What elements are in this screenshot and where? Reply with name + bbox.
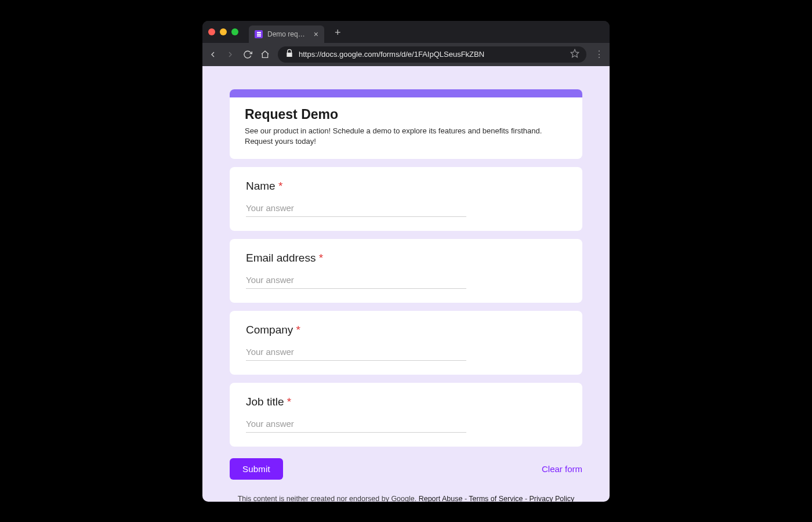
url-text: https://docs.google.com/forms/d/e/1FAIpQ… <box>299 50 566 59</box>
form-container: Request Demo See our product in action! … <box>230 89 582 502</box>
page-viewport: Request Demo See our product in action! … <box>202 66 610 502</box>
svg-marker-0 <box>571 49 578 57</box>
browser-tab[interactable]: Demo request × <box>249 26 324 43</box>
form-footer: This content is neither created nor endo… <box>230 495 582 501</box>
close-window-button[interactable] <box>208 28 215 35</box>
question-label: Name * <box>246 180 566 193</box>
browser-toolbar: https://docs.google.com/forms/d/e/1FAIpQ… <box>202 43 610 66</box>
company-input[interactable] <box>246 345 466 361</box>
form-description: See our product in action! Schedule a de… <box>245 126 567 148</box>
required-marker: * <box>319 252 323 264</box>
maximize-window-button[interactable] <box>231 28 238 35</box>
question-label-text: Name <box>246 180 276 192</box>
form-header-card: Request Demo See our product in action! … <box>230 89 582 160</box>
browser-window: Demo request × + https://docs.google.com… <box>202 21 610 502</box>
question-card-company: Company * <box>230 311 582 375</box>
question-label-text: Email address <box>246 252 316 264</box>
browser-menu-button[interactable]: ⋮ <box>594 49 604 60</box>
minimize-window-button[interactable] <box>220 28 227 35</box>
form-banner <box>230 89 582 97</box>
question-label: Email address * <box>246 252 566 264</box>
disclaimer-text: This content is neither created nor endo… <box>238 495 419 501</box>
required-marker: * <box>278 180 282 192</box>
home-button[interactable] <box>260 50 270 59</box>
forward-button[interactable] <box>226 50 235 59</box>
form-actions: Submit Clear form <box>230 458 582 480</box>
new-tab-button[interactable]: + <box>329 27 347 39</box>
clear-form-button[interactable]: Clear form <box>542 464 582 474</box>
question-label: Job title * <box>246 396 566 408</box>
tab-strip: Demo request × + <box>202 21 610 43</box>
question-label: Company * <box>246 324 566 336</box>
tab-title: Demo request <box>267 30 308 38</box>
job-title-input[interactable] <box>246 416 466 433</box>
required-marker: * <box>296 324 300 336</box>
form-title: Request Demo <box>245 107 567 122</box>
question-label-text: Company <box>246 324 293 336</box>
submit-button[interactable]: Submit <box>230 458 283 480</box>
terms-link[interactable]: Terms of Service <box>469 495 523 501</box>
email-input[interactable] <box>246 273 466 289</box>
close-tab-icon[interactable]: × <box>314 30 318 39</box>
name-input[interactable] <box>246 201 466 217</box>
question-card-email: Email address * <box>230 239 582 303</box>
address-bar[interactable]: https://docs.google.com/forms/d/e/1FAIpQ… <box>278 46 586 63</box>
question-card-job-title: Job title * <box>230 383 582 447</box>
window-controls <box>208 28 238 35</box>
reload-button[interactable] <box>243 50 252 59</box>
report-abuse-link[interactable]: Report Abuse <box>419 495 463 501</box>
bookmark-star-icon[interactable] <box>570 49 579 60</box>
lock-icon <box>285 49 294 60</box>
required-marker: * <box>287 396 291 408</box>
question-label-text: Job title <box>246 396 284 408</box>
separator: - <box>525 495 530 501</box>
privacy-link[interactable]: Privacy Policy <box>530 495 575 501</box>
back-button[interactable] <box>208 50 217 59</box>
question-card-name: Name * <box>230 167 582 231</box>
forms-favicon-icon <box>255 30 263 38</box>
